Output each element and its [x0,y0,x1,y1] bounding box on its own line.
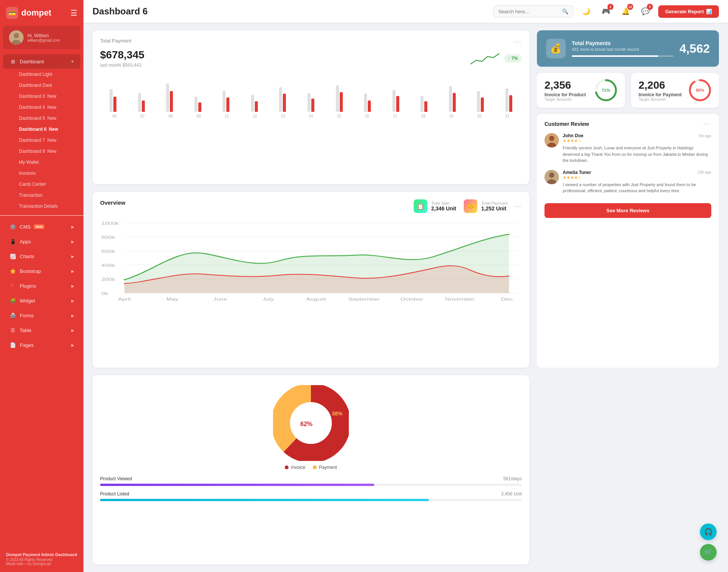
sidebar-item-transaction[interactable]: Transaction [3,190,80,201]
sidebar-item-dashboard-8[interactable]: Dashboard 8 New [3,146,80,157]
notifications-badge: 12 [627,4,633,10]
sidebar-item-plugins[interactable]: ❤️ Plugins ▶ [3,279,80,293]
total-payments-number: 4,562 [679,42,710,56]
apps-icon: 📱 [9,238,17,245]
review-more[interactable]: ··· [703,120,711,128]
sidebar-item-transaction-details[interactable]: Transaction Details [3,201,80,212]
see-more-reviews-button[interactable]: See More Reviews [544,203,711,218]
sidebar: 💳 dompet ☰ Hi, William william@gmail.com… [0,0,83,572]
total-payment-stat: 🤝 Total Payment 1,252 Unit [464,199,508,213]
bar-label: 09 [186,114,212,118]
user-greeting: Hi, William [27,33,60,38]
bar-group [439,81,465,112]
sidebar-item-dashboard-4[interactable]: Dashboard 4 New [3,102,80,113]
total-sale-stat: 📋 Total Sale 2,346 Unit [414,199,456,213]
support-fab[interactable]: 🎧 [700,523,717,540]
chevron-right-icon-charts: ▶ [71,254,74,259]
total-payment-card: Total Payment ··· $678,345 last month $5… [93,30,529,184]
bar-label: 11 [214,114,240,118]
sidebar-item-cms[interactable]: ⚙️ CMS New ▶ [3,219,80,234]
widget-label: Widget [20,298,35,304]
reviewer-stars-2: ★★★★☆ [563,175,711,180]
sidebar-item-bootstrap[interactable]: ⭐ Bootstrap ▶ [3,264,80,278]
table-label: Table [20,328,31,333]
cart-fab[interactable]: 🛒 [700,544,717,561]
plugins-label: Plugins [20,283,36,289]
games-icon-btn[interactable]: 🎮 2 [599,5,613,18]
sidebar-item-apps[interactable]: 📱 Apps ▶ [3,234,80,249]
svg-text:June: June [213,297,227,302]
invoice-payment-pct: 90% [696,88,704,92]
sidebar-item-dashboard-3[interactable]: Dashboard 3 New [3,91,80,102]
sidebar-item-mywallet[interactable]: My Wallet [3,157,80,168]
generate-report-button[interactable]: Generate Report 📊 [658,5,719,18]
total-payment-stat-val: 1,252 Unit [481,205,508,212]
legend-dot-payment [313,465,317,469]
logo-icon: 💳 [6,7,18,19]
sidebar-item-pages[interactable]: 📄 Pages ▶ [3,338,80,352]
sidebar-item-cards-center[interactable]: Cards Center [3,179,80,190]
bar-label: 12 [242,114,268,118]
bootstrap-label: Bootstrap [20,268,41,274]
overview-more[interactable]: ··· [514,202,522,210]
bar-label: 06 [102,114,127,118]
overview-title: Overview [100,199,126,206]
bar-group [298,81,324,112]
sidebar-header: 💳 dompet ☰ [0,0,83,26]
sidebar-item-dashboard-7[interactable]: Dashboard 7 New [3,135,80,146]
svg-text:200k: 200k [101,277,115,282]
sidebar-item-dashboard-5[interactable]: Dashboard 5 New [3,113,80,124]
user-profile[interactable]: Hi, William william@gmail.com [3,26,80,49]
sidebar-item-forms[interactable]: 🖨️ Forms ▶ [3,308,80,323]
pages-icon: 📄 [9,341,17,349]
sidebar-item-charts[interactable]: 📈 Charts ▶ [3,249,80,263]
sidebar-item-dashboard-light[interactable]: Dashboard Light [3,69,80,80]
svg-text:July: July [262,297,274,302]
customer-review-card: Customer Review ··· John Doe [537,114,719,368]
topnav: Dashboard 6 🔍 🌙 🎮 2 🔔 12 💬 5 Generate Re… [83,0,728,23]
forms-icon: 🖨️ [9,312,17,319]
sidebar-item-invoices[interactable]: Invoices [3,168,80,179]
chevron-right-icon-plugins: ▶ [71,284,74,288]
overview-stats: 📋 Total Sale 2,346 Unit 🤝 Total Payment … [414,199,508,213]
messages-btn[interactable]: 💬 5 [639,5,652,18]
sidebar-item-dashboard[interactable]: ⊞ Dashboard ▼ [3,54,80,69]
product-viewed-label: Product Viewed [100,476,132,481]
search-box[interactable]: 🔍 [493,5,573,17]
search-input[interactable] [498,9,559,14]
total-payment-stat-icon: 🤝 [464,199,477,213]
legend-invoice-label: Invoice [291,465,305,470]
total-payment-more[interactable]: ··· [514,38,522,46]
svg-text:62%: 62% [300,421,312,427]
total-payments-progress [572,55,673,57]
app-name: dompet [21,8,51,18]
sidebar-footer: Dompet Payment Admin Dashboard © 2023 Al… [0,546,83,572]
invoice-product-label: Invoice for Product [544,92,586,97]
theme-toggle-btn[interactable]: 🌙 [579,5,593,18]
svg-text:May: May [166,297,178,302]
product-viewed-fill [100,484,374,486]
sidebar-item-table[interactable]: ☰ Table ▶ [3,323,80,337]
bar-label: 14 [298,114,324,118]
charts-label: Charts [20,254,34,259]
svg-text:September: September [348,297,380,302]
notifications-btn[interactable]: 🔔 12 [619,5,632,18]
product-stats: Product Viewed 561/days Product Listed 3… [100,476,522,501]
table-icon: ☰ [9,326,17,334]
sidebar-item-dashboard-6[interactable]: Dashboard 6 New [3,124,80,135]
sidebar-item-widget[interactable]: 🧩 Widget ▶ [3,293,80,308]
total-payments-progress-fill [572,55,658,57]
review-item-2: Amelia Tuner 10h ago ★★★★☆ I viewed a nu… [544,170,711,194]
total-payments-blue-card: 💰 Total Payments 431 more to break last … [537,30,719,67]
pie-wrap: 62% 38% [100,385,522,461]
review-item-1: John Doe 5m ago ★★★★☆ Friendly service J… [544,133,711,164]
content-area: Total Payment ··· $678,345 last month $5… [83,23,728,572]
payment-amount: $678,345 [100,49,144,61]
product-viewed-bar [100,484,522,486]
generate-report-label: Generate Report [665,9,704,14]
hamburger-icon[interactable]: ☰ [71,8,77,17]
legend-invoice: Invoice [285,465,305,470]
sidebar-item-dashboard-dark[interactable]: Dashboard Dark [3,80,80,91]
invoice-payment-number: 2,206 [639,79,682,91]
reviewer-avatar-2 [544,170,559,184]
